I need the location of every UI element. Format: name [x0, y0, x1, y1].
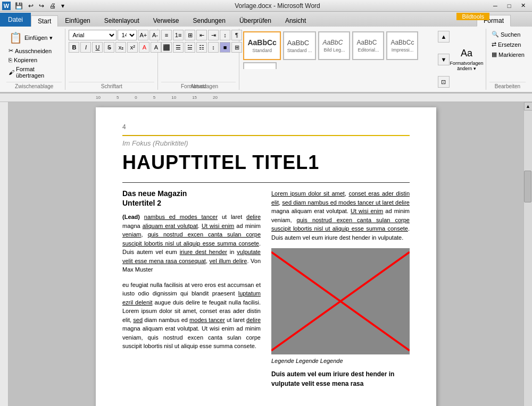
format-uebertragen-button[interactable]: 🖌 Format übertragen — [6, 65, 62, 80]
scroll-up-button[interactable]: ▲ — [524, 102, 533, 111]
placeholder-svg — [271, 248, 410, 354]
numbered-list-button[interactable]: 1≡ — [173, 30, 184, 40]
underline-button[interactable]: U — [92, 42, 103, 53]
increase-indent-button[interactable]: ⇥ — [208, 30, 219, 40]
right-column: Lorem ipsum dolor sit amet, conset eras … — [271, 189, 410, 392]
right-paragraph1[interactable]: Lorem ipsum dolor sit amet, conset eras … — [271, 189, 410, 242]
align-left-button[interactable]: ⬛ — [161, 42, 172, 53]
print-button[interactable]: 🖨 — [47, 1, 58, 11]
tab-sendungen[interactable]: Sendungen — [186, 15, 232, 27]
redo-button[interactable]: ↪ — [37, 1, 46, 11]
tab-ansicht[interactable]: Ansicht — [278, 15, 313, 27]
align-center-button[interactable]: ☰ — [173, 42, 184, 53]
group-absatz: ≡ 1≡ ⊞ ⇤ ⇥ ↕ ¶ ⬛ ☰ ☱ ☷ ↕ ■ ⊞ A — [158, 29, 239, 90]
bold-intro[interactable]: Duis autem vel eum iriure dest hender in… — [271, 369, 410, 388]
minimize-button[interactable]: ─ — [488, 1, 502, 11]
replace-icon: ⇄ — [492, 41, 496, 48]
save-button[interactable]: 💾 — [13, 1, 25, 11]
tab-verweise[interactable]: Verweise — [146, 15, 186, 27]
rubrik-title[interactable]: Im Fokus (Rubriktitel) — [122, 139, 410, 147]
decrease-indent-button[interactable]: ⇤ — [196, 30, 207, 40]
subscript-button[interactable]: x₂ — [115, 42, 126, 53]
title-bar: W 💾 ↩ ↪ 🖨 ▾ Vorlage.docx - Microsoft Wor… — [0, 0, 532, 12]
schriftart-label: Schriftart — [69, 82, 154, 90]
align-right-button[interactable]: ☱ — [185, 42, 195, 53]
font-name-selector[interactable]: Arial — [69, 30, 117, 40]
main-title[interactable]: HAUPTTITEL TITEL1 — [122, 151, 410, 174]
tab-ueberprufen[interactable]: Überprüfen — [232, 15, 278, 27]
ausschneiden-button[interactable]: ✂ Ausschneiden — [6, 46, 54, 55]
italic-button[interactable]: I — [80, 42, 91, 53]
formatvorlagen-label: Formatvorlagen — [181, 82, 218, 90]
multilevel-list-button[interactable]: ⊞ — [185, 30, 195, 40]
close-button[interactable]: ✕ — [516, 1, 530, 11]
undo-button[interactable]: ↩ — [26, 1, 36, 11]
font-format-row: B I U S̶ x₂ x² A A — [69, 42, 161, 53]
align-justify-button[interactable]: ☷ — [196, 42, 207, 53]
lead-text: nambus ed modes tancer — [144, 214, 218, 220]
page-number: 4 — [122, 123, 410, 131]
scroll-thumb[interactable] — [524, 171, 531, 202]
kopieren-button[interactable]: ⎘ Kopieren — [6, 56, 39, 64]
lead-paragraph[interactable]: (Lead) nambus ed modes tancer ut laret d… — [122, 213, 261, 274]
highlight-button[interactable]: A — [139, 42, 149, 53]
scroll-track[interactable] — [524, 111, 532, 406]
paste-dropdown-icon: ▾ — [49, 35, 53, 41]
style-standard[interactable]: AaBbCc Standard — [243, 31, 280, 60]
word-icon: W — [2, 2, 11, 10]
group-zwischenablage: 📋 Einfügen ▾ ✂ Ausschneiden ⎘ Kopieren 🖌… — [3, 29, 65, 90]
suchen-button[interactable]: 🔍 Suchen — [489, 30, 522, 39]
document-scroll[interactable]: 4 Im Fokus (Rubriktitel) HAUPTTITEL TITE… — [9, 102, 523, 406]
body-paragraph1[interactable]: eu feugiat nulla facilisis at vero eros … — [122, 281, 261, 351]
tab-start[interactable]: Start — [31, 15, 58, 27]
vertical-ruler — [0, 102, 9, 406]
tab-einfuegen[interactable]: Einfügen — [58, 15, 97, 27]
style-rubriktitel[interactable]: AaBb Rubriktitel — [243, 62, 277, 69]
dropdown-button[interactable]: ▾ — [59, 1, 66, 11]
style-editorial[interactable]: AaBbC Editorial... — [352, 31, 384, 60]
markieren-button[interactable]: ▦ Markieren — [489, 50, 527, 59]
quick-access-toolbar: 💾 ↩ ↪ 🖨 ▾ — [13, 1, 66, 11]
zwischenablage-label: Zwischenablage — [6, 82, 62, 90]
ersetzen-button[interactable]: ⇄ Ersetzen — [489, 40, 523, 49]
format-painter-icon: 🖌 — [9, 69, 14, 75]
font-name-row: Arial 14 A+ A- — [69, 30, 160, 40]
group-formatvorlagen: AaBbCc Standard AaBbC Standard ... AaBbC… — [239, 29, 486, 90]
tab-seitenlayout[interactable]: Seitenlayout — [97, 15, 146, 27]
sort-button[interactable]: ↕ — [220, 30, 230, 40]
style-impressum[interactable]: AaBbCc Impressi... — [386, 31, 418, 60]
increase-font-button[interactable]: A+ — [138, 30, 148, 40]
style-expand-button[interactable]: ⊡ — [438, 76, 450, 88]
tab-datei[interactable]: Datei — [0, 13, 31, 27]
formatvorlagen-actions: Aa Formatvorlagen ändern ▾ — [451, 31, 483, 88]
group-bearbeiten: 🔍 Suchen ⇄ Ersetzen ▦ Markieren Bearbeit… — [486, 29, 529, 90]
window-controls: ─ □ ✕ — [488, 1, 530, 11]
font-size-selector[interactable]: 14 — [118, 30, 137, 40]
separator-line — [122, 182, 410, 183]
subtitle-main[interactable]: Das neue Magazin — [122, 189, 261, 198]
list-row: ≡ 1≡ ⊞ ⇤ ⇥ ↕ ¶ — [161, 30, 242, 40]
horizontal-ruler: 10 5 0 5 10 15 20 — [0, 94, 532, 102]
shading-button[interactable]: ■ — [220, 42, 230, 53]
einfuegen-button[interactable]: 📋 Einfügen ▾ — [6, 30, 55, 46]
select-icon: ▦ — [492, 51, 497, 58]
style-up-button[interactable]: ▲ — [438, 31, 450, 43]
line-spacing-button[interactable]: ↕ — [208, 42, 219, 53]
bold-button[interactable]: B — [69, 42, 79, 53]
formatvorlagen-aendern-button[interactable]: Aa Formatvorlagen ändern ▾ — [451, 47, 483, 72]
title-bar-left: W 💾 ↩ ↪ 🖨 ▾ — [2, 1, 66, 11]
style-standard2[interactable]: AaBbC Standard ... — [283, 31, 317, 60]
style-down-button[interactable]: ▼ — [438, 54, 450, 65]
ribbon: Datei Start Einfügen Seitenlayout Verwei… — [0, 12, 532, 94]
image-caption[interactable]: Legende Legende Legende — [271, 358, 410, 364]
strikethrough-button[interactable]: S̶ — [104, 42, 114, 53]
vertical-scrollbar[interactable]: ▲ ▼ — [523, 102, 532, 406]
align-row: ⬛ ☰ ☱ ☷ ↕ ■ ⊞ — [161, 42, 242, 53]
formatvorlagen-icon: Aa — [461, 48, 472, 59]
placeholder-image — [271, 248, 410, 354]
style-bildlegende[interactable]: AaBbC Bild Leg... — [318, 31, 350, 60]
subtitle-sub[interactable]: Untertitel 2 — [122, 199, 261, 207]
superscript-button[interactable]: x² — [127, 42, 138, 53]
maximize-button[interactable]: □ — [502, 1, 516, 11]
bullet-list-button[interactable]: ≡ — [161, 30, 172, 40]
